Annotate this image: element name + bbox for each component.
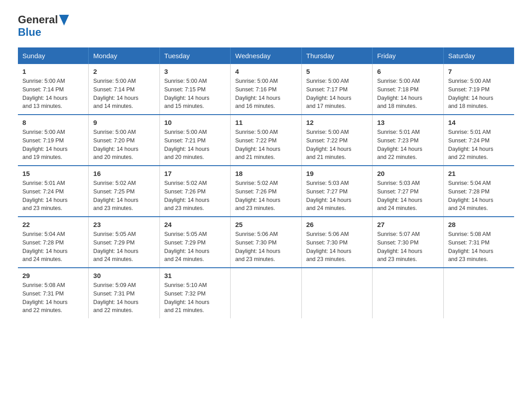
day-info: Sunrise: 5:00 AM Sunset: 7:18 PM Dayligh…: [377, 77, 438, 111]
day-number: 28: [448, 221, 510, 228]
calendar-cell: 26 Sunrise: 5:06 AM Sunset: 7:30 PM Dayl…: [301, 217, 372, 268]
day-number: 25: [235, 221, 296, 228]
day-info: Sunrise: 5:02 AM Sunset: 7:25 PM Dayligh…: [93, 179, 154, 213]
day-info: Sunrise: 5:00 AM Sunset: 7:17 PM Dayligh…: [306, 77, 368, 111]
calendar-cell: 30 Sunrise: 5:09 AM Sunset: 7:31 PM Dayl…: [89, 268, 159, 318]
calendar-table: SundayMondayTuesdayWednesdayThursdayFrid…: [18, 47, 514, 318]
day-number: 5: [306, 68, 368, 75]
calendar-cell: 29 Sunrise: 5:08 AM Sunset: 7:31 PM Dayl…: [18, 268, 89, 318]
calendar-cell: 10 Sunrise: 5:00 AM Sunset: 7:21 PM Dayl…: [159, 115, 230, 166]
day-number: 20: [377, 170, 438, 177]
calendar-cell: 6 Sunrise: 5:00 AM Sunset: 7:18 PM Dayli…: [373, 64, 443, 115]
calendar-cell: 31 Sunrise: 5:10 AM Sunset: 7:32 PM Dayl…: [159, 268, 230, 318]
calendar-cell: 11 Sunrise: 5:00 AM Sunset: 7:22 PM Dayl…: [231, 115, 301, 166]
day-info: Sunrise: 5:08 AM Sunset: 7:31 PM Dayligh…: [448, 230, 510, 264]
calendar-cell: 21 Sunrise: 5:04 AM Sunset: 7:28 PM Dayl…: [443, 166, 514, 217]
calendar-cell: [373, 268, 443, 318]
header-day-tuesday: Tuesday: [159, 47, 230, 64]
day-info: Sunrise: 5:04 AM Sunset: 7:28 PM Dayligh…: [22, 230, 84, 264]
day-number: 26: [306, 221, 368, 228]
day-number: 11: [235, 119, 296, 126]
logo-arrow-icon: [59, 15, 69, 26]
day-number: 21: [448, 170, 510, 177]
calendar-cell: 15 Sunrise: 5:01 AM Sunset: 7:24 PM Dayl…: [18, 166, 89, 217]
page-header: General Blue: [18, 13, 514, 39]
calendar-cell: 16 Sunrise: 5:02 AM Sunset: 7:25 PM Dayl…: [89, 166, 159, 217]
header-day-saturday: Saturday: [443, 47, 514, 64]
day-info: Sunrise: 5:00 AM Sunset: 7:22 PM Dayligh…: [235, 128, 296, 162]
day-info: Sunrise: 5:07 AM Sunset: 7:30 PM Dayligh…: [377, 230, 438, 264]
day-info: Sunrise: 5:03 AM Sunset: 7:27 PM Dayligh…: [377, 179, 438, 213]
calendar-cell: 17 Sunrise: 5:02 AM Sunset: 7:26 PM Dayl…: [159, 166, 230, 217]
day-info: Sunrise: 5:00 AM Sunset: 7:22 PM Dayligh…: [306, 128, 368, 162]
day-info: Sunrise: 5:06 AM Sunset: 7:30 PM Dayligh…: [306, 230, 368, 264]
header-day-sunday: Sunday: [18, 47, 89, 64]
day-number: 10: [164, 119, 226, 126]
day-number: 4: [235, 68, 296, 75]
calendar-week-row: 22 Sunrise: 5:04 AM Sunset: 7:28 PM Dayl…: [18, 217, 514, 268]
day-info: Sunrise: 5:03 AM Sunset: 7:27 PM Dayligh…: [306, 179, 368, 213]
calendar-cell: 23 Sunrise: 5:05 AM Sunset: 7:29 PM Dayl…: [89, 217, 159, 268]
calendar-cell: 22 Sunrise: 5:04 AM Sunset: 7:28 PM Dayl…: [18, 217, 89, 268]
header-day-friday: Friday: [373, 47, 443, 64]
calendar-cell: 7 Sunrise: 5:00 AM Sunset: 7:19 PM Dayli…: [443, 64, 514, 115]
header-day-thursday: Thursday: [301, 47, 372, 64]
calendar-cell: 5 Sunrise: 5:00 AM Sunset: 7:17 PM Dayli…: [301, 64, 372, 115]
day-number: 17: [164, 170, 226, 177]
day-info: Sunrise: 5:00 AM Sunset: 7:21 PM Dayligh…: [164, 128, 226, 162]
day-info: Sunrise: 5:09 AM Sunset: 7:31 PM Dayligh…: [93, 281, 154, 315]
day-info: Sunrise: 5:02 AM Sunset: 7:26 PM Dayligh…: [164, 179, 226, 213]
day-number: 9: [93, 119, 154, 126]
svg-marker-0: [59, 15, 69, 26]
day-number: 27: [377, 221, 438, 228]
day-info: Sunrise: 5:06 AM Sunset: 7:30 PM Dayligh…: [235, 230, 296, 264]
header-day-monday: Monday: [89, 47, 159, 64]
day-number: 7: [448, 68, 510, 75]
day-info: Sunrise: 5:08 AM Sunset: 7:31 PM Dayligh…: [22, 281, 84, 315]
calendar-cell: 14 Sunrise: 5:01 AM Sunset: 7:24 PM Dayl…: [443, 115, 514, 166]
logo: General Blue: [18, 13, 69, 39]
day-number: 22: [22, 221, 84, 228]
day-number: 2: [93, 68, 154, 75]
calendar-cell: 4 Sunrise: 5:00 AM Sunset: 7:16 PM Dayli…: [231, 64, 301, 115]
calendar-week-row: 15 Sunrise: 5:01 AM Sunset: 7:24 PM Dayl…: [18, 166, 514, 217]
logo-blue-text: Blue: [18, 26, 41, 38]
day-number: 19: [306, 170, 368, 177]
day-info: Sunrise: 5:00 AM Sunset: 7:16 PM Dayligh…: [235, 77, 296, 111]
calendar-cell: [301, 268, 372, 318]
day-info: Sunrise: 5:04 AM Sunset: 7:28 PM Dayligh…: [448, 179, 510, 213]
calendar-cell: 27 Sunrise: 5:07 AM Sunset: 7:30 PM Dayl…: [373, 217, 443, 268]
day-info: Sunrise: 5:00 AM Sunset: 7:14 PM Dayligh…: [22, 77, 84, 111]
day-number: 14: [448, 119, 510, 126]
day-number: 16: [93, 170, 154, 177]
day-number: 30: [93, 272, 154, 279]
calendar-week-row: 29 Sunrise: 5:08 AM Sunset: 7:31 PM Dayl…: [18, 268, 514, 318]
day-info: Sunrise: 5:01 AM Sunset: 7:24 PM Dayligh…: [448, 128, 510, 162]
calendar-header-row: SundayMondayTuesdayWednesdayThursdayFrid…: [18, 47, 514, 64]
day-number: 15: [22, 170, 84, 177]
calendar-cell: [443, 268, 514, 318]
day-info: Sunrise: 5:05 AM Sunset: 7:29 PM Dayligh…: [164, 230, 226, 264]
day-number: 24: [164, 221, 226, 228]
calendar-cell: 9 Sunrise: 5:00 AM Sunset: 7:20 PM Dayli…: [89, 115, 159, 166]
day-number: 8: [22, 119, 84, 126]
calendar-cell: 12 Sunrise: 5:00 AM Sunset: 7:22 PM Dayl…: [301, 115, 372, 166]
calendar-cell: 8 Sunrise: 5:00 AM Sunset: 7:19 PM Dayli…: [18, 115, 89, 166]
day-number: 31: [164, 272, 226, 279]
calendar-cell: 3 Sunrise: 5:00 AM Sunset: 7:15 PM Dayli…: [159, 64, 230, 115]
day-info: Sunrise: 5:00 AM Sunset: 7:19 PM Dayligh…: [448, 77, 510, 111]
calendar-week-row: 8 Sunrise: 5:00 AM Sunset: 7:19 PM Dayli…: [18, 115, 514, 166]
day-number: 1: [22, 68, 84, 75]
calendar-cell: 24 Sunrise: 5:05 AM Sunset: 7:29 PM Dayl…: [159, 217, 230, 268]
day-number: 29: [22, 272, 84, 279]
header-day-wednesday: Wednesday: [231, 47, 301, 64]
day-number: 3: [164, 68, 226, 75]
calendar-cell: 1 Sunrise: 5:00 AM Sunset: 7:14 PM Dayli…: [18, 64, 89, 115]
day-info: Sunrise: 5:00 AM Sunset: 7:15 PM Dayligh…: [164, 77, 226, 111]
calendar-cell: 19 Sunrise: 5:03 AM Sunset: 7:27 PM Dayl…: [301, 166, 372, 217]
day-info: Sunrise: 5:02 AM Sunset: 7:26 PM Dayligh…: [235, 179, 296, 213]
day-number: 23: [93, 221, 154, 228]
calendar-week-row: 1 Sunrise: 5:00 AM Sunset: 7:14 PM Dayli…: [18, 64, 514, 115]
calendar-cell: 13 Sunrise: 5:01 AM Sunset: 7:23 PM Dayl…: [373, 115, 443, 166]
logo-general-text: General: [18, 13, 58, 26]
